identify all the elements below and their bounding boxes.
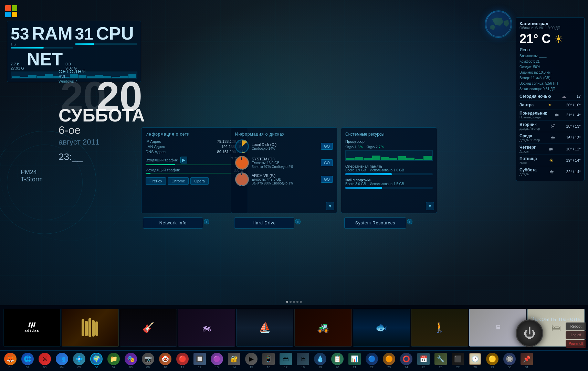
- taskbar-icon-21[interactable]: 📊 21: [346, 352, 363, 370]
- taskbar-icon-26[interactable]: 🔧 26: [432, 352, 449, 370]
- forecast-2-icon: ⛈: [550, 124, 555, 129]
- logoff-button[interactable]: Log off: [566, 331, 586, 339]
- core1: Ядро 1 5%: [345, 145, 363, 149]
- icon-19: 💧: [314, 353, 326, 365]
- taskbar-icon-24[interactable]: ⭕ 24: [398, 352, 415, 370]
- taskbar-icon-14[interactable]: 🔐 14: [225, 352, 243, 370]
- lan-label: LAN Адрес: [146, 145, 165, 149]
- taskbar-icon-04[interactable]: 👥 04: [53, 352, 71, 370]
- weather-condition: Ясно: [519, 47, 581, 52]
- power-circle-button[interactable]: ⏻: [516, 319, 543, 347]
- reboot-button[interactable]: Reboot: [566, 322, 586, 330]
- taskbar-icon-15[interactable]: ▶ 15: [243, 352, 260, 370]
- icon-30: 🔘: [503, 353, 516, 365]
- chrome-btn[interactable]: Chrome: [168, 177, 189, 185]
- thumb-bullets[interactable]: [62, 309, 119, 347]
- pagefile-bar: [345, 187, 433, 189]
- taskbar-icon-25[interactable]: 📅 25: [415, 352, 432, 370]
- opera-btn[interactable]: Opera: [190, 177, 209, 185]
- sysres-expand[interactable]: ▼: [426, 202, 434, 210]
- taskbar-icon-03[interactable]: ⚔ 03: [36, 352, 53, 370]
- taskbar-icon-27[interactable]: ⬛ 27: [449, 352, 466, 370]
- taskbar-icon-10[interactable]: 🤡 10: [157, 352, 174, 370]
- taskbar-icon-23[interactable]: 🟠 23: [380, 352, 398, 370]
- net-label: NET: [27, 50, 63, 68]
- hard-drive-expand[interactable]: ○: [295, 219, 301, 224]
- clock-icon: 🕐: [469, 353, 481, 365]
- firefox-btn[interactable]: FireFox: [146, 177, 166, 185]
- icon-20: 📋: [331, 353, 344, 365]
- tonight-forecast: Сегодня ночью ☁ 17: [519, 92, 581, 100]
- drive-expand[interactable]: ▼: [326, 202, 334, 210]
- taskbar-icon-11[interactable]: 🔴 11: [174, 352, 191, 370]
- taskbar-icon-12[interactable]: 🔲 12: [191, 352, 208, 370]
- ip-row: IP Адрес 79.133.128.113: [146, 139, 243, 144]
- weather-panel: Калининград Облачно: 6/19/11 9:00 ДП 21°…: [516, 17, 585, 181]
- taskbar-icon-05[interactable]: 💠 05: [71, 352, 88, 370]
- dot-5: [300, 301, 302, 303]
- forecast-4-icon: 🌧: [548, 146, 553, 152]
- drive-f-go[interactable]: GO: [321, 176, 333, 183]
- taskbar-icon-22[interactable]: 🔵 22: [363, 352, 380, 370]
- taskbar-icon-17[interactable]: 🗃 17: [277, 352, 294, 370]
- sysres-expand-btn[interactable]: ○: [407, 219, 412, 224]
- forecast-0-temps: 26° / 16°: [566, 103, 581, 107]
- dot-3: [293, 301, 295, 303]
- weather-sun-icon: ☀: [554, 33, 563, 45]
- forecast-list: Завтра ☀ 26° / 16° Понедельник Ночные до…: [519, 100, 581, 177]
- thumb-dots: [286, 301, 302, 303]
- taskbar: 🦊 01 🌐 02 ⚔ 03 👥 04 💠 05 🌍 06 📁 07 🎭 08 …: [0, 350, 588, 371]
- thumb-guitar[interactable]: 🎸: [120, 309, 177, 347]
- taskbar-icon-13[interactable]: 🟣 13: [208, 352, 225, 370]
- thumb-machine[interactable]: 🚜: [294, 309, 351, 347]
- dot-1: [286, 301, 288, 303]
- taskbar-icon-30[interactable]: 🔘 30: [501, 352, 518, 370]
- cpu-cores: Ядро 1 5% Ядро 2 7%: [345, 145, 433, 149]
- poweroff-button[interactable]: Power off: [566, 340, 586, 348]
- windows-logo[interactable]: [5, 5, 17, 17]
- thumb-adidas[interactable]: adidas: [3, 309, 61, 347]
- taskbar-icon-01[interactable]: 🦊 01: [2, 352, 19, 370]
- net-up: 7.7 k: [11, 62, 24, 66]
- drive-f-info: ARCHIVE (F:) Емкость: 449.8 GB Занято 98…: [252, 173, 318, 185]
- taskbar-icon-16[interactable]: 📱 16: [260, 352, 277, 370]
- icon-04: 👥: [56, 353, 68, 365]
- forecast-1-icon: 🌧: [554, 112, 559, 118]
- drive-c-go[interactable]: GO: [321, 143, 333, 150]
- drive-f-row: ARCHIVE (F:) Емкость: 449.8 GB Занято 98…: [235, 172, 333, 186]
- sysres-title: Системные ресурсы: [345, 132, 433, 137]
- thumb-motorcycle[interactable]: 🏍: [178, 309, 235, 347]
- taskbar-icon-07[interactable]: 📁 07: [105, 352, 122, 370]
- drive-c-circle: [235, 139, 249, 153]
- taskbar-icon-06[interactable]: 🌍 06: [88, 352, 105, 370]
- taskbar-icon-19[interactable]: 💧 19: [312, 352, 329, 370]
- radar-inner: [7, 145, 83, 220]
- taskbar-icon-09[interactable]: 📷 09: [139, 352, 157, 370]
- icon-10: 🤡: [159, 353, 171, 365]
- hard-drive-button[interactable]: Hard Drive: [234, 218, 294, 229]
- icon-22: 🔵: [366, 353, 378, 365]
- taskbar-icon-08[interactable]: 🎭 08: [122, 352, 139, 370]
- drive-f-name: ARCHIVE (F:): [252, 173, 318, 178]
- taskbar-icon-28[interactable]: 🕐 28: [466, 352, 484, 370]
- taskbar-icon-18[interactable]: 🖥 18: [294, 352, 312, 370]
- incoming-arrow[interactable]: ▶: [180, 157, 187, 163]
- taskbar-icon-29[interactable]: 🟡 29: [484, 352, 501, 370]
- taskbar-icon-20[interactable]: 📋 20: [329, 352, 346, 370]
- taskbar-icon-31[interactable]: 📌 31: [518, 352, 535, 370]
- network-info-button[interactable]: Network Info: [143, 218, 203, 229]
- icon-18: 🖥: [297, 353, 309, 365]
- icon-16: 📱: [262, 353, 275, 365]
- thumb-ship[interactable]: ⛵: [236, 309, 293, 347]
- dns-label: DNS Адрес: [146, 150, 166, 154]
- drive-d-go[interactable]: GO: [321, 159, 333, 166]
- system-resources-button[interactable]: System Resources: [344, 218, 406, 229]
- thumb-desert[interactable]: 🚶: [411, 309, 468, 347]
- network-info-expand[interactable]: ○: [204, 219, 209, 224]
- thumb-fish[interactable]: 🐟: [353, 309, 410, 347]
- icon-21: 📊: [348, 353, 361, 365]
- thumbnail-strip: adidas 🎸 🏍 ⛵: [0, 305, 588, 350]
- weather-temp: 21° C: [519, 32, 550, 46]
- taskbar-icon-02[interactable]: 🌐 02: [19, 352, 36, 370]
- close-panel-button[interactable]: Закрыть панель: [531, 316, 581, 323]
